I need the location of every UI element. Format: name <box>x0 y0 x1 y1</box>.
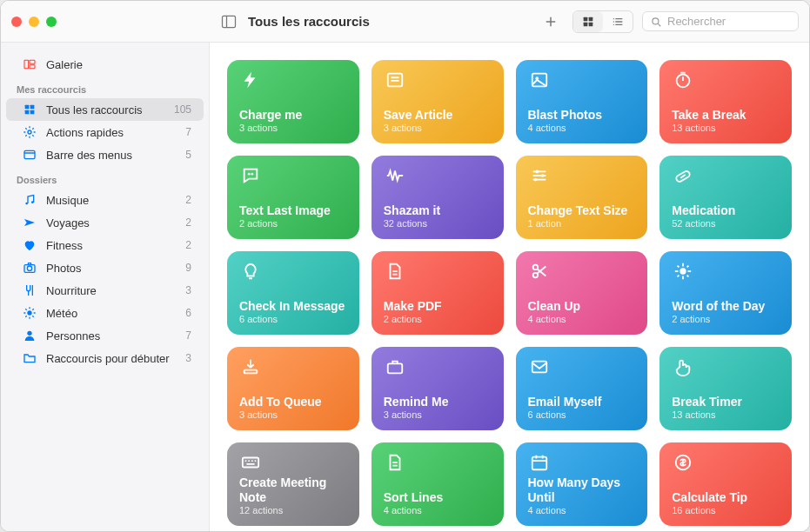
shortcut-subtitle: 4 actions <box>528 505 636 515</box>
sidebar-item[interactable]: Photos9 <box>6 256 204 279</box>
bolt-icon <box>239 69 262 91</box>
view-grid-button[interactable] <box>573 11 603 32</box>
shortcut-card[interactable]: Break Timer13 actions <box>659 347 792 430</box>
bubble-icon <box>239 164 262 187</box>
sidebar-item-label: Nourriture <box>46 284 177 297</box>
shortcut-card[interactable]: Calculate Tip16 actions <box>659 442 792 526</box>
shortcut-title: Change Text Size <box>528 203 636 218</box>
search-field[interactable] <box>642 11 799 31</box>
shortcut-title: Calculate Tip <box>672 490 780 505</box>
search-input[interactable] <box>667 15 789 28</box>
folder-icon <box>22 350 37 366</box>
close-window-button[interactable] <box>11 17 22 27</box>
shortcut-card[interactable]: Remind Me3 actions <box>372 347 504 430</box>
shortcut-grid: Charge me3 actionsSave Article3 actionsB… <box>227 60 792 526</box>
shortcut-subtitle: 3 actions <box>239 123 347 133</box>
shortcut-card[interactable]: Take a Break13 actions <box>659 60 792 143</box>
shortcut-card[interactable]: Email Myself6 actions <box>516 347 648 430</box>
maximize-window-button[interactable] <box>46 17 57 27</box>
view-list-button[interactable] <box>603 11 633 32</box>
shortcut-card[interactable]: Sort Lines4 actions <box>372 442 504 526</box>
sparkle-icon <box>672 260 694 283</box>
shortcut-title: Shazam it <box>384 203 492 218</box>
sidebar-item[interactable]: Actions rapides7 <box>6 121 204 143</box>
doc-icon <box>384 260 406 283</box>
sidebar-item[interactable]: Tous les raccourcis105 <box>6 98 204 121</box>
shortcut-title: Email Myself <box>528 395 636 409</box>
sidebar-item[interactable]: Voyages2 <box>6 211 204 234</box>
sidebar-item[interactable]: Nourriture3 <box>6 279 204 302</box>
sidebar-item-count: 2 <box>185 239 191 251</box>
shortcut-card[interactable]: Shazam it32 actions <box>372 156 504 239</box>
shortcut-subtitle: 13 actions <box>672 123 780 133</box>
shortcut-card[interactable]: Blast Photos4 actions <box>516 60 648 143</box>
shortcut-title: Break Timer <box>672 395 780 409</box>
shortcut-card[interactable]: Medication52 actions <box>659 156 792 239</box>
shortcut-card[interactable]: Word of the Day2 actions <box>659 251 792 335</box>
dollar-icon <box>672 451 694 474</box>
sidebar-item[interactable]: Musique2 <box>6 189 204 211</box>
sidebar-item-count: 3 <box>185 352 191 364</box>
shortcut-subtitle: 4 actions <box>528 314 636 324</box>
sidebar-item-label: Fitness <box>46 239 177 252</box>
shortcut-title: Create Meeting Note <box>239 475 347 505</box>
app-window: Tous les raccourcis <box>0 0 810 532</box>
sidebar-item-count: 2 <box>185 216 191 229</box>
sidebar-item-gallery[interactable]: Galerie <box>6 53 204 76</box>
scissors-icon <box>528 260 551 283</box>
sidebar-item-label: Voyages <box>46 216 177 229</box>
shortcut-title: Charge me <box>239 108 347 123</box>
shortcut-card[interactable]: Text Last Image2 actions <box>227 156 359 239</box>
shortcut-card[interactable]: Clean Up4 actions <box>516 251 648 335</box>
minimize-window-button[interactable] <box>29 17 39 27</box>
sidebar-item-count: 5 <box>185 149 191 161</box>
sidebar-item-count: 6 <box>185 307 191 319</box>
gallery-icon <box>22 57 37 72</box>
sidebar-item[interactable]: Barre des menus5 <box>6 143 204 166</box>
person-icon <box>22 328 37 343</box>
hand-icon <box>672 356 694 378</box>
sidebar-item[interactable]: Météo6 <box>6 302 204 324</box>
add-shortcut-button[interactable] <box>538 10 564 33</box>
gear-icon <box>22 124 37 140</box>
shortcut-subtitle: 4 actions <box>384 505 492 515</box>
shortcut-title: Text Last Image <box>239 203 347 218</box>
shortcut-card[interactable]: How Many Days Until4 actions <box>516 442 648 526</box>
sidebar-item-label: Tous les raccourcis <box>46 103 165 116</box>
shortcut-subtitle: 6 actions <box>239 314 347 324</box>
shortcut-card[interactable]: Check In Message6 actions <box>227 251 359 335</box>
shortcut-card[interactable]: Charge me3 actions <box>227 60 359 143</box>
fork-icon <box>22 283 37 298</box>
menubar-icon <box>22 147 37 163</box>
keyboard-icon <box>239 451 262 474</box>
shortcut-title: How Many Days Until <box>528 475 636 505</box>
sidebar-item-label: Barre des menus <box>46 149 177 162</box>
sidebar: Galerie Mes raccourcisTous les raccourci… <box>1 43 210 531</box>
sidebar-item[interactable]: Fitness2 <box>6 234 204 256</box>
sidebar-item-count: 7 <box>185 329 191 342</box>
shortcut-title: Save Article <box>384 108 492 123</box>
timer-icon <box>672 69 694 91</box>
shortcut-card[interactable]: Add To Queue3 actions <box>227 347 359 430</box>
shortcut-title: Blast Photos <box>528 108 636 123</box>
arrowdown-icon <box>239 356 262 378</box>
shortcut-subtitle: 12 actions <box>239 505 347 515</box>
shortcut-title: Word of the Day <box>672 299 780 314</box>
shortcut-card[interactable]: Change Text Size1 action <box>516 156 648 239</box>
shortcut-card[interactable]: Make PDF2 actions <box>372 251 504 335</box>
sidebar-group-title: Dossiers <box>1 166 209 189</box>
sidebar-item[interactable]: Raccourcis pour débuter3 <box>6 347 204 369</box>
grid-icon <box>22 102 37 117</box>
shortcut-card[interactable]: Save Article3 actions <box>372 60 504 143</box>
shortcut-title: Take a Break <box>672 108 780 123</box>
sidebar-item-label: Météo <box>46 307 177 320</box>
sidebar-item[interactable]: Personnes7 <box>6 324 204 347</box>
shortcut-card[interactable]: Create Meeting Note12 actions <box>227 442 359 526</box>
camera-icon <box>22 260 37 276</box>
shortcut-title: Medication <box>672 203 780 218</box>
shortcut-subtitle: 2 actions <box>384 314 492 324</box>
shortcut-subtitle: 2 actions <box>239 218 347 229</box>
shortcut-subtitle: 2 actions <box>672 314 780 324</box>
toggle-sidebar-button[interactable] <box>217 11 241 32</box>
sidebar-group-title: Mes raccourcis <box>1 76 209 98</box>
